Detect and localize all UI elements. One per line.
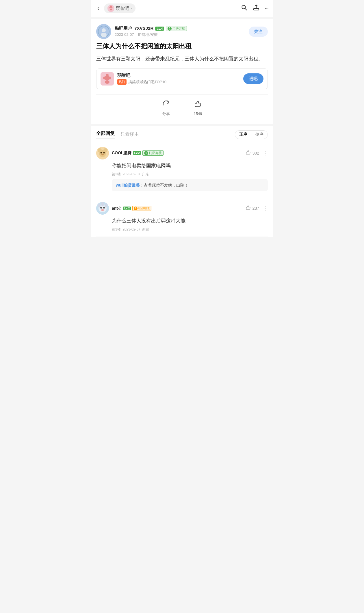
forum-card[interactable]: 弱智吧 热门 搞笑领域热门吧TOP10 进吧 bbox=[96, 68, 268, 89]
reply-rank-text: 门萨弃徒 bbox=[149, 151, 162, 155]
author-avatar-inner bbox=[98, 26, 109, 37]
tab-all-replies[interactable]: 全部回复 bbox=[96, 131, 115, 138]
post-author-row: 贴吧用户_7XVSJ2R Lv.4 1 门萨弃徒 2023-02-07 IP属地… bbox=[96, 24, 268, 39]
author-name: 贴吧用户_7XVSJ2R bbox=[115, 26, 153, 31]
reply-author-name-row: COOL坚持 Lv.2 1 门萨弃徒 bbox=[112, 150, 243, 156]
reply-item: COOL坚持 Lv.2 1 门萨弃徒 302 ⋮ bbox=[96, 142, 268, 198]
svg-point-2 bbox=[111, 7, 113, 9]
author-name-row: 贴吧用户_7XVSJ2R Lv.4 1 门萨弃徒 bbox=[115, 26, 245, 31]
reply-avatar bbox=[96, 202, 109, 215]
author-rank-badge: 1 门萨弃徒 bbox=[166, 26, 187, 31]
reply-author-info: ant♧ Lv.2 8 征战楼道 bbox=[112, 206, 243, 211]
svg-point-1 bbox=[109, 7, 111, 9]
reply-content: 你能把闪电卖给国家电网吗 bbox=[112, 162, 268, 170]
reply-meta: 第2楼 2023-02-07 广东 bbox=[112, 172, 268, 177]
reply-rank-badge: 1 门萨弃徒 bbox=[142, 150, 164, 156]
reply-author-row: ant♧ Lv.2 8 征战楼道 237 ⋮ bbox=[96, 202, 268, 215]
svg-point-21 bbox=[101, 152, 102, 153]
forum-pill[interactable]: 弱智吧 › bbox=[104, 3, 135, 13]
post-container: 贴吧用户_7XVSJ2R Lv.4 1 门萨弃徒 2023-02-07 IP属地… bbox=[91, 19, 273, 124]
reply-rank-badge-orange: 8 征战楼道 bbox=[132, 206, 151, 211]
like-count: 1549 bbox=[194, 112, 202, 116]
svg-point-14 bbox=[103, 77, 106, 79]
reply-level-badge: Lv.2 bbox=[123, 207, 131, 210]
post-date: 2023-02-07 bbox=[115, 32, 134, 37]
reply-section: 全部回复 只看楼主 正序 倒序 bbox=[91, 126, 273, 237]
more-icon[interactable]: ··· bbox=[265, 5, 268, 12]
rank-orange-num: 8 bbox=[134, 207, 138, 210]
reply-author-row: COOL坚持 Lv.2 1 门萨弃徒 302 ⋮ bbox=[96, 147, 268, 159]
share-action[interactable]: 分享 bbox=[162, 99, 170, 116]
rank-text: 门萨弃徒 bbox=[172, 26, 185, 31]
forum-card-avatar bbox=[101, 72, 114, 86]
rank-num: 1 bbox=[168, 27, 172, 31]
nav-icons: ··· bbox=[241, 4, 268, 13]
share-label: 分享 bbox=[162, 111, 170, 116]
reply-more-icon[interactable]: ⋮ bbox=[261, 150, 268, 156]
reply-like-icon bbox=[246, 150, 251, 156]
sort-desc-button[interactable]: 倒序 bbox=[251, 131, 268, 139]
enter-forum-button[interactable]: 进吧 bbox=[243, 73, 263, 84]
back-button[interactable]: ‹ bbox=[96, 3, 101, 13]
search-icon[interactable] bbox=[241, 4, 248, 13]
reply-item: ant♧ Lv.2 8 征战楼道 237 ⋮ bbox=[96, 197, 268, 237]
author-level-badge: Lv.4 bbox=[155, 27, 164, 31]
post-title: 三体人为什么不把闲置的太阳出租 bbox=[96, 42, 268, 51]
sort-controls: 正序 倒序 bbox=[235, 130, 268, 139]
svg-point-13 bbox=[106, 74, 109, 77]
svg-point-3 bbox=[110, 9, 112, 10]
reply-author-name-row: ant♧ Lv.2 8 征战楼道 bbox=[112, 206, 243, 211]
svg-point-5 bbox=[242, 5, 245, 9]
tab-op-only[interactable]: 只看楼主 bbox=[120, 131, 139, 138]
nested-reply: wuli伯贤最美：占着床位不发病，出院！ bbox=[112, 179, 268, 191]
reply-level-badge: Lv.2 bbox=[133, 151, 141, 155]
reply-tabs: 全部回复 只看楼主 正序 倒序 bbox=[96, 126, 268, 142]
chevron-right-icon: › bbox=[131, 6, 132, 10]
reply-content: 为什么三体人没有出后羿这种大能 bbox=[112, 217, 268, 225]
svg-point-22 bbox=[103, 152, 105, 153]
follow-button[interactable]: 关注 bbox=[249, 27, 268, 37]
reply-like-count: 237 bbox=[252, 206, 259, 211]
svg-point-15 bbox=[108, 77, 111, 79]
nested-reply-text: wuli伯贤最美：占着床位不发病，出院！ bbox=[116, 183, 188, 187]
hot-tag: 热门 bbox=[117, 79, 127, 85]
reply-author-name: ant♧ bbox=[112, 206, 122, 211]
reply-author-name: COOL坚持 bbox=[112, 151, 131, 156]
author-info: 贴吧用户_7XVSJ2R Lv.4 1 门萨弃徒 2023-02-07 IP属地… bbox=[115, 26, 245, 37]
like-action[interactable]: 1549 bbox=[194, 100, 202, 116]
svg-line-6 bbox=[245, 9, 247, 10]
reply-like-count: 302 bbox=[252, 151, 259, 155]
author-avatar bbox=[96, 24, 111, 39]
sort-asc-button[interactable]: 正序 bbox=[235, 131, 251, 139]
forum-name: 弱智吧 bbox=[116, 6, 129, 11]
reply-author-info: COOL坚持 Lv.2 1 门萨弃徒 bbox=[112, 150, 243, 156]
svg-point-31 bbox=[103, 207, 105, 209]
nested-reply-username: wuli伯贤最美 bbox=[116, 183, 140, 187]
action-bar: 分享 1549 bbox=[96, 94, 268, 119]
forum-card-name: 弱智吧 bbox=[117, 73, 240, 78]
svg-point-9 bbox=[102, 28, 106, 32]
edit-share-icon[interactable] bbox=[253, 4, 260, 13]
reply-like-row: 302 ⋮ bbox=[246, 150, 268, 156]
forum-card-info: 弱智吧 热门 搞笑领域热门吧TOP10 bbox=[117, 73, 240, 85]
svg-point-24 bbox=[102, 154, 103, 155]
reply-more-icon[interactable]: ⋮ bbox=[261, 205, 268, 211]
svg-point-4 bbox=[110, 5, 112, 7]
svg-point-16 bbox=[105, 80, 109, 84]
reply-avatar bbox=[96, 147, 109, 159]
post-body: 三体世界有三颗太阳，还会带来乱纪元，三体人为什么不把闲置的太阳出租。 bbox=[96, 55, 268, 63]
reply-like-icon bbox=[246, 205, 251, 211]
nav-bar: ‹ 弱智吧 › ··· bbox=[91, 0, 273, 17]
reply-rank-num: 1 bbox=[144, 151, 148, 155]
reply-meta: 第3楼 2023-02-07 新疆 bbox=[112, 227, 268, 232]
forum-avatar-small bbox=[107, 5, 114, 12]
like-icon bbox=[194, 100, 202, 110]
svg-point-30 bbox=[100, 207, 102, 209]
post-ip: IP属地:安徽 bbox=[138, 32, 158, 37]
share-icon bbox=[162, 99, 170, 110]
svg-point-32 bbox=[101, 209, 104, 211]
forum-card-tag-row: 热门 搞笑领域热门吧TOP10 bbox=[117, 79, 240, 85]
author-meta: 2023-02-07 IP属地:安徽 bbox=[115, 32, 245, 37]
reply-like-row: 237 ⋮ bbox=[246, 205, 268, 211]
svg-rect-7 bbox=[254, 8, 259, 10]
